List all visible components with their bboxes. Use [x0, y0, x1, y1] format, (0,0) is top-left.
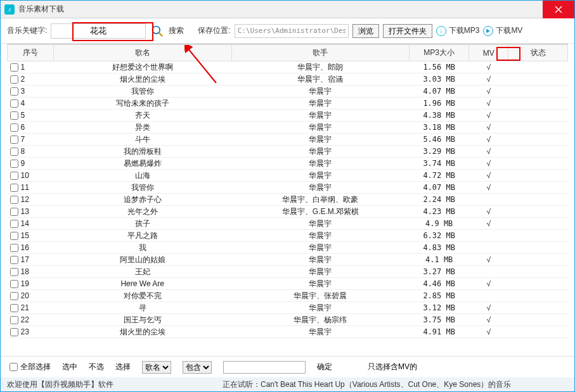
row-checkbox[interactable]: [10, 220, 18, 228]
filter-value-input[interactable]: [223, 361, 306, 374]
cell-size: 3.18 MB: [410, 122, 469, 134]
cell-size: 3.27 MB: [410, 266, 469, 278]
table-row[interactable]: 2烟火里的尘埃华晨宇、宿涵3.03 MB√: [8, 73, 568, 85]
cell-size: 3.74 MB: [410, 158, 469, 170]
cell-idx: 15: [8, 230, 54, 242]
table-row[interactable]: 1好想爱这个世界啊华晨宇、郎朗1.56 MB√: [8, 61, 568, 73]
table-row[interactable]: 18王妃华晨宇3.27 MB: [8, 266, 568, 278]
cell-idx: 10: [8, 170, 54, 182]
row-checkbox[interactable]: [10, 208, 18, 216]
table-row[interactable]: 4写给未来的孩子华晨宇1.96 MB√: [8, 98, 568, 110]
cell-state: [508, 85, 568, 98]
row-checkbox[interactable]: [10, 136, 18, 144]
only-mv-link[interactable]: 只选择含MV的: [368, 362, 417, 372]
table-row[interactable]: 10山海华晨宇4.72 MB√: [8, 170, 568, 182]
col-state[interactable]: 状态: [508, 45, 568, 61]
cell-song: 阿里山的姑娘: [53, 254, 231, 266]
cell-mv: √: [468, 146, 508, 158]
select-unchecked-link[interactable]: 不选: [89, 362, 104, 372]
table-row[interactable]: 13光年之外华晨宇、G.E.M.邓紫棋4.23 MB√: [8, 206, 568, 218]
col-size[interactable]: MP3大小: [410, 45, 469, 61]
svg-line-3: [159, 32, 163, 36]
row-checkbox[interactable]: [10, 63, 18, 72]
cell-singer: 华晨宇、白举纲、欧豪: [231, 194, 410, 206]
table-row[interactable]: 9易燃易爆炸华晨宇3.74 MB√: [8, 158, 568, 170]
cell-song: 孩子: [53, 218, 231, 230]
filter-op-select[interactable]: 包含: [183, 361, 212, 374]
select-checked-link[interactable]: 选中: [62, 362, 77, 372]
filter-field-select[interactable]: 歌名: [142, 361, 171, 374]
cell-song: 光年之外: [53, 206, 231, 218]
table-row[interactable]: 19Here We Are华晨宇4.46 MB√: [8, 278, 568, 290]
col-singer[interactable]: 歌手: [231, 45, 410, 61]
row-checkbox[interactable]: [10, 148, 18, 156]
table-row[interactable]: 14孩子华晨宇4.9 MB√: [8, 218, 568, 230]
table-row[interactable]: 21寻华晨宇3.12 MB√: [8, 302, 568, 314]
table-row[interactable]: 6异类华晨宇3.18 MB√: [8, 122, 568, 134]
row-checkbox[interactable]: [10, 172, 18, 180]
row-checkbox[interactable]: [10, 268, 18, 276]
table-row[interactable]: 22国王与乞丐华晨宇、杨宗纬3.75 MB√: [8, 314, 568, 326]
cell-idx: 23: [8, 326, 54, 338]
table-row[interactable]: 11我管你华晨宇4.07 MB√: [8, 182, 568, 194]
cell-size: 4.23 MB: [410, 206, 469, 218]
row-checkbox[interactable]: [10, 196, 18, 204]
row-checkbox[interactable]: [10, 244, 18, 252]
row-checkbox[interactable]: [10, 184, 18, 192]
cell-idx: 21: [8, 302, 54, 314]
table-row[interactable]: 16我华晨宇4.83 MB: [8, 242, 568, 254]
col-idx[interactable]: 序号: [8, 45, 54, 61]
row-checkbox[interactable]: [10, 316, 18, 324]
cell-song: 王妃: [53, 266, 231, 278]
download-icon: ↓: [436, 26, 446, 36]
row-checkbox[interactable]: [10, 123, 18, 132]
download-mp3-link[interactable]: ↓ 下载MP3: [436, 25, 480, 36]
table-row[interactable]: 17阿里山的姑娘华晨宇4.1 MB√: [8, 254, 568, 266]
search-button[interactable]: [150, 23, 165, 39]
cell-mv: √: [468, 326, 508, 338]
cell-mv: √: [468, 73, 508, 85]
col-mv[interactable]: MV: [468, 45, 508, 61]
cell-idx: 18: [8, 266, 54, 278]
row-checkbox[interactable]: [10, 232, 18, 240]
row-checkbox[interactable]: [10, 87, 18, 96]
row-checkbox[interactable]: [10, 292, 18, 300]
select-all-checkbox[interactable]: 全部选择: [10, 362, 51, 372]
cell-idx: 6: [8, 122, 54, 134]
table-row[interactable]: 5齐天华晨宇4.38 MB√: [8, 110, 568, 122]
results-table: 序号 歌名 歌手 MP3大小 MV 状态 1好想爱这个世界啊华晨宇、郎朗1.56…: [7, 44, 568, 338]
row-checkbox[interactable]: [10, 280, 18, 288]
col-song[interactable]: 歌名: [53, 45, 231, 61]
table-row[interactable]: 23烟火里的尘埃华晨宇4.91 MB√: [8, 326, 568, 338]
cell-mv: √: [468, 122, 508, 134]
table-row[interactable]: 7斗牛华晨宇5.46 MB√: [8, 134, 568, 146]
row-checkbox[interactable]: [10, 99, 18, 108]
cell-singer: 华晨宇: [231, 85, 410, 98]
row-checkbox[interactable]: [10, 75, 18, 84]
cell-state: [508, 122, 568, 134]
open-folder-button[interactable]: 打开文件夹: [383, 24, 432, 38]
close-button[interactable]: [543, 1, 574, 18]
download-mv-link[interactable]: ▶ 下载MV: [483, 25, 522, 36]
table-row[interactable]: 12追梦赤子心华晨宇、白举纲、欧豪2.24 MB: [8, 194, 568, 206]
browse-button[interactable]: 浏览: [352, 24, 379, 38]
row-checkbox[interactable]: [10, 111, 18, 120]
table-row[interactable]: 15平凡之路华晨宇6.32 MB: [8, 230, 568, 242]
results-table-wrap[interactable]: 序号 歌名 歌手 MP3大小 MV 状态 1好想爱这个世界啊华晨宇、郎朗1.56…: [7, 44, 568, 353]
table-row[interactable]: 20对你爱不完华晨宇、张碧晨2.85 MB: [8, 290, 568, 302]
cell-singer: 华晨宇: [231, 266, 410, 278]
cell-song: 平凡之路: [53, 230, 231, 242]
keyword-input[interactable]: [51, 23, 146, 39]
row-checkbox[interactable]: [10, 256, 18, 264]
row-checkbox[interactable]: [10, 304, 18, 312]
row-checkbox[interactable]: [10, 160, 18, 168]
row-checkbox[interactable]: [10, 328, 18, 336]
cell-state: [508, 266, 568, 278]
cell-size: 3.29 MB: [410, 146, 469, 158]
savepath-input[interactable]: [235, 24, 349, 38]
table-row[interactable]: 8我的滑板鞋华晨宇3.29 MB√: [8, 146, 568, 158]
filter-ok-button[interactable]: 确定: [317, 362, 332, 372]
cell-song: 我: [53, 242, 231, 254]
cell-song: 易燃易爆炸: [53, 158, 231, 170]
table-row[interactable]: 3我管你华晨宇4.07 MB√: [8, 85, 568, 98]
